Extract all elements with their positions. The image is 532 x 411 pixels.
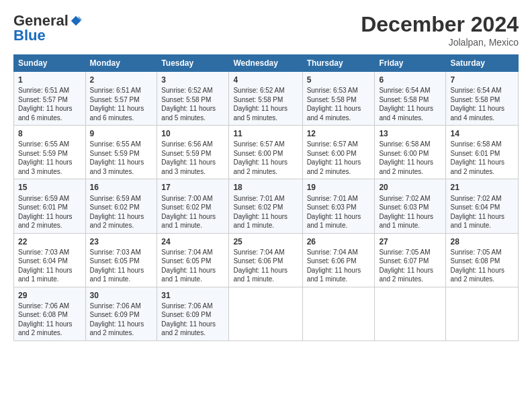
day-info: Sunset: 6:00 PM <box>307 149 371 158</box>
day-info: Sunrise: 6:58 AM <box>379 140 441 149</box>
day-info: Sunrise: 6:57 AM <box>233 140 298 149</box>
day-info: Sunset: 5:58 PM <box>161 95 224 105</box>
day-info: Sunrise: 7:03 AM <box>90 248 153 257</box>
day-number: 11 <box>233 128 298 139</box>
day-info: Sunset: 5:58 PM <box>307 95 371 105</box>
page: General Blue December 2024 Jolalpan, Mex… <box>0 0 532 348</box>
day-info: Sunrise: 6:55 AM <box>18 140 81 149</box>
day-info: Sunset: 6:02 PM <box>90 203 153 212</box>
day-info: Sunset: 6:01 PM <box>450 149 514 158</box>
day-info: Sunset: 5:58 PM <box>450 95 514 105</box>
logo-icon <box>70 15 82 27</box>
day-number: 22 <box>18 236 81 247</box>
day-info: Sunrise: 7:05 AM <box>450 248 514 257</box>
table-cell: 29Sunrise: 7:06 AMSunset: 6:08 PMDayligh… <box>14 287 86 340</box>
col-saturday: Saturday <box>446 55 519 72</box>
table-cell: 3Sunrise: 6:52 AMSunset: 5:58 PMDaylight… <box>157 72 229 126</box>
day-info: Sunset: 6:06 PM <box>233 257 298 266</box>
table-cell: 16Sunrise: 6:59 AMSunset: 6:02 PMDayligh… <box>85 179 157 233</box>
calendar-row: 8Sunrise: 6:55 AMSunset: 5:59 PMDaylight… <box>14 126 519 179</box>
calendar-row: 29Sunrise: 7:06 AMSunset: 6:08 PMDayligh… <box>14 287 519 340</box>
day-number: 9 <box>90 128 153 139</box>
table-cell <box>446 287 519 340</box>
day-info: Sunrise: 6:51 AM <box>90 86 153 95</box>
day-info: Sunset: 6:02 PM <box>161 203 224 212</box>
day-number: 6 <box>379 75 441 85</box>
day-info: Sunset: 6:03 PM <box>307 203 371 212</box>
calendar-body: 1Sunrise: 6:51 AMSunset: 5:57 PMDaylight… <box>14 72 519 341</box>
day-info: Sunset: 5:57 PM <box>18 95 81 105</box>
table-cell: 19Sunrise: 7:01 AMSunset: 6:03 PMDayligh… <box>302 179 375 233</box>
table-cell: 15Sunrise: 6:59 AMSunset: 6:01 PMDayligh… <box>14 179 86 233</box>
table-cell: 28Sunrise: 7:05 AMSunset: 6:08 PMDayligh… <box>446 233 519 287</box>
day-number: 26 <box>307 236 371 247</box>
table-cell: 10Sunrise: 6:56 AMSunset: 5:59 PMDayligh… <box>157 126 229 179</box>
table-cell: 12Sunrise: 6:57 AMSunset: 6:00 PMDayligh… <box>302 126 375 179</box>
day-info: Sunrise: 7:01 AM <box>307 194 371 203</box>
table-cell: 20Sunrise: 7:02 AMSunset: 6:03 PMDayligh… <box>375 179 446 233</box>
table-cell <box>302 287 375 340</box>
day-info: Daylight: 11 hours and 3 minutes. <box>90 158 153 176</box>
day-info: Sunset: 6:01 PM <box>18 203 81 212</box>
day-info: Daylight: 11 hours and 2 minutes. <box>233 158 298 176</box>
day-number: 24 <box>161 236 224 247</box>
day-info: Sunrise: 6:56 AM <box>161 140 224 149</box>
day-info: Daylight: 11 hours and 1 minute. <box>18 266 81 284</box>
day-number: 4 <box>233 75 298 85</box>
day-info: Sunset: 6:03 PM <box>379 203 441 212</box>
day-info: Daylight: 11 hours and 1 minute. <box>307 266 371 284</box>
calendar-row: 1Sunrise: 6:51 AMSunset: 5:57 PMDaylight… <box>14 72 519 126</box>
day-number: 16 <box>90 182 153 193</box>
day-number: 18 <box>233 182 298 193</box>
month-title: December 2024 <box>361 12 519 37</box>
day-info: Daylight: 11 hours and 5 minutes. <box>161 104 224 122</box>
table-cell: 8Sunrise: 6:55 AMSunset: 5:59 PMDaylight… <box>14 126 86 179</box>
day-info: Daylight: 11 hours and 2 minutes. <box>18 212 81 230</box>
day-number: 2 <box>90 75 153 85</box>
table-cell: 31Sunrise: 7:06 AMSunset: 6:09 PMDayligh… <box>157 287 229 340</box>
day-info: Sunset: 6:00 PM <box>233 149 298 158</box>
day-info: Sunset: 6:02 PM <box>233 203 298 212</box>
day-number: 19 <box>307 182 371 193</box>
table-cell: 11Sunrise: 6:57 AMSunset: 6:00 PMDayligh… <box>229 126 302 179</box>
table-cell: 25Sunrise: 7:04 AMSunset: 6:06 PMDayligh… <box>229 233 302 287</box>
day-number: 3 <box>161 75 224 85</box>
day-info: Sunset: 5:59 PM <box>18 149 81 158</box>
day-info: Sunset: 5:59 PM <box>90 149 153 158</box>
day-info: Daylight: 11 hours and 6 minutes. <box>90 104 153 122</box>
table-cell: 5Sunrise: 6:53 AMSunset: 5:58 PMDaylight… <box>302 72 375 126</box>
col-wednesday: Wednesday <box>229 55 302 72</box>
day-info: Sunset: 5:58 PM <box>233 95 298 105</box>
col-monday: Monday <box>85 55 157 72</box>
day-info: Sunrise: 7:06 AM <box>18 302 81 311</box>
day-info: Sunrise: 7:04 AM <box>161 248 224 257</box>
day-info: Daylight: 11 hours and 3 minutes. <box>18 158 81 176</box>
table-cell: 23Sunrise: 7:03 AMSunset: 6:05 PMDayligh… <box>85 233 157 287</box>
day-info: Sunrise: 6:55 AM <box>90 140 153 149</box>
day-info: Sunrise: 7:03 AM <box>18 248 81 257</box>
table-cell: 1Sunrise: 6:51 AMSunset: 5:57 PMDaylight… <box>14 72 86 126</box>
day-info: Sunset: 6:07 PM <box>379 257 441 266</box>
day-info: Sunrise: 7:02 AM <box>379 194 441 203</box>
table-cell: 6Sunrise: 6:54 AMSunset: 5:58 PMDaylight… <box>375 72 446 126</box>
table-cell: 9Sunrise: 6:55 AMSunset: 5:59 PMDaylight… <box>85 126 157 179</box>
day-number: 1 <box>18 75 81 85</box>
day-number: 15 <box>18 182 81 193</box>
table-cell <box>229 287 302 340</box>
day-info: Sunrise: 7:06 AM <box>161 302 224 311</box>
day-info: Daylight: 11 hours and 2 minutes. <box>450 266 514 284</box>
day-info: Daylight: 11 hours and 1 minute. <box>161 212 224 230</box>
day-info: Daylight: 11 hours and 4 minutes. <box>450 104 514 122</box>
day-info: Sunset: 6:00 PM <box>379 149 441 158</box>
day-info: Daylight: 11 hours and 2 minutes. <box>307 158 371 176</box>
day-info: Daylight: 11 hours and 2 minutes. <box>161 320 224 338</box>
day-number: 20 <box>379 182 441 193</box>
day-number: 23 <box>90 236 153 247</box>
calendar-row: 15Sunrise: 6:59 AMSunset: 6:01 PMDayligh… <box>14 179 519 233</box>
table-cell: 21Sunrise: 7:02 AMSunset: 6:04 PMDayligh… <box>446 179 519 233</box>
table-cell: 18Sunrise: 7:01 AMSunset: 6:02 PMDayligh… <box>229 179 302 233</box>
day-number: 21 <box>450 182 514 193</box>
day-info: Sunset: 6:06 PM <box>307 257 371 266</box>
day-number: 12 <box>307 128 371 139</box>
day-info: Daylight: 11 hours and 4 minutes. <box>379 104 441 122</box>
